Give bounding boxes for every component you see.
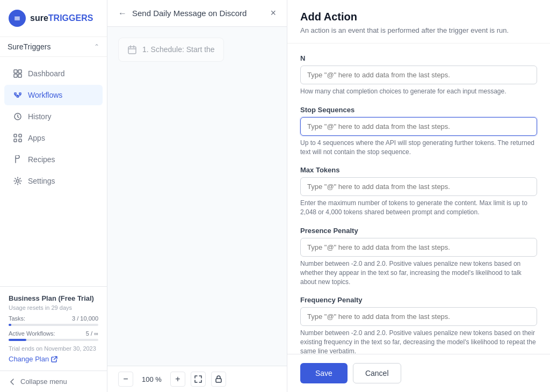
field-stop-sequences: Stop Sequences Up to 4 sequences where t…	[300, 106, 537, 157]
svg-rect-11	[14, 139, 17, 142]
sidebar-item-label-settings: Settings	[28, 177, 55, 185]
add-action-panel: Add Action An action is an event that is…	[287, 0, 550, 392]
field-presence-penalty-hint: Number between -2.0 and 2.0. Positive va…	[300, 259, 537, 286]
sidebar-item-settings[interactable]: Settings	[4, 171, 103, 191]
plan-tasks: Tasks: 3 / 10,000	[9, 315, 98, 322]
zoom-in-button[interactable]: +	[170, 372, 185, 387]
svg-rect-1	[15, 17, 20, 18]
save-button[interactable]: Save	[300, 363, 348, 383]
logo-icon	[9, 10, 26, 27]
step-label: 1. Schedule: Start the	[142, 45, 215, 54]
plan-info: Business Plan (Free Trial) Usage resets …	[0, 286, 107, 371]
sidebar-item-workflows[interactable]: Workflows	[4, 85, 103, 105]
sidebar: sureTRIGGERS SureTriggers ⌃ Dashboard Wo…	[0, 0, 107, 392]
fit-screen-icon	[194, 375, 202, 383]
collapse-menu-label: Collapse menu	[20, 378, 67, 386]
sidebar-item-apps[interactable]: Apps	[4, 128, 103, 148]
tasks-progress-fill	[9, 324, 11, 326]
recipes-icon	[13, 155, 23, 164]
svg-point-13	[17, 180, 19, 183]
field-frequency-penalty-label: Frequency Penalty	[300, 296, 537, 304]
field-max-tokens: Max Tokens Enter the maximum number of t…	[300, 166, 537, 217]
workspace-name: SureTriggers	[8, 42, 50, 51]
workflow-canvas: ← Send Daily Message on Discord × 1. Sch…	[107, 0, 287, 392]
change-plan-link[interactable]: Change Plan	[9, 355, 98, 363]
panel-subtitle: An action is an event that is performed …	[300, 26, 537, 34]
panel-footer: Save Cancel	[287, 354, 550, 392]
change-plan-label: Change Plan	[9, 355, 49, 363]
plan-reset: Usage resets in 29 days	[9, 304, 98, 311]
field-n-hint: How many chat completion choices to gene…	[300, 87, 537, 96]
workflows-icon	[13, 90, 23, 100]
field-frequency-penalty-input[interactable]	[300, 307, 537, 326]
workflows-label: Active Workflows:	[9, 330, 55, 337]
workflow-title-row: ← Send Daily Message on Discord	[118, 9, 247, 18]
apps-icon	[13, 133, 23, 143]
svg-rect-3	[15, 19, 20, 20]
close-button[interactable]: ×	[270, 8, 276, 19]
step-card: 1. Schedule: Start the	[118, 38, 224, 62]
schedule-icon	[127, 45, 137, 55]
cancel-button[interactable]: Cancel	[353, 363, 401, 383]
field-n: N How many chat completion choices to ge…	[300, 54, 537, 96]
logo-text: sureTRIGGERS	[30, 13, 93, 23]
field-presence-penalty-label: Presence Penalty	[300, 227, 537, 235]
zoom-level-display: 100 %	[139, 375, 165, 383]
svg-rect-7	[18, 74, 21, 77]
nav-menu: Dashboard Workflows History Apps Recipes	[0, 57, 107, 286]
field-max-tokens-label: Max Tokens	[300, 166, 537, 174]
svg-rect-5	[18, 70, 21, 73]
lock-icon	[215, 375, 222, 383]
field-max-tokens-input[interactable]	[300, 177, 537, 196]
plan-name: Business Plan (Free Trial)	[9, 294, 98, 302]
svg-rect-6	[14, 74, 17, 77]
field-stop-sequences-input[interactable]	[300, 117, 537, 136]
field-frequency-penalty-hint: Number between -2.0 and 2.0. Positive va…	[300, 329, 537, 354]
tasks-label: Tasks:	[9, 315, 25, 322]
panel-title: Add Action	[300, 11, 537, 23]
settings-icon	[13, 176, 23, 186]
chevron-up-icon: ⌃	[94, 43, 99, 50]
field-frequency-penalty: Frequency Penalty Number between -2.0 an…	[300, 296, 537, 354]
sidebar-item-label-recipes: Recipes	[28, 155, 55, 164]
collapse-menu-button[interactable]: Collapse menu	[0, 371, 107, 392]
trial-text: Trial ends on November 30, 2023	[9, 345, 98, 352]
sidebar-item-label-history: History	[28, 112, 52, 121]
field-stop-sequences-label: Stop Sequences	[300, 106, 537, 114]
field-presence-penalty: Presence Penalty Number between -2.0 and…	[300, 227, 537, 286]
workflow-body: 1. Schedule: Start the	[107, 27, 287, 72]
field-n-label: N	[300, 54, 537, 62]
workflows-progress-bar	[9, 339, 98, 341]
workflow-header: ← Send Daily Message on Discord ×	[107, 0, 287, 27]
field-max-tokens-hint: Enter the maximum number of tokens to ge…	[300, 199, 537, 217]
tasks-progress-bar	[9, 324, 98, 326]
panel-body: N How many chat completion choices to ge…	[287, 43, 550, 354]
sidebar-item-history[interactable]: History	[4, 106, 103, 127]
field-presence-penalty-input[interactable]	[300, 238, 537, 257]
sidebar-item-dashboard[interactable]: Dashboard	[4, 63, 103, 84]
workspace-selector[interactable]: SureTriggers ⌃	[0, 37, 107, 57]
sidebar-item-label-workflows: Workflows	[28, 91, 62, 99]
workflow-title: Send Daily Message on Discord	[132, 9, 247, 18]
tasks-value: 3 / 10,000	[72, 315, 98, 322]
external-link-icon	[51, 356, 57, 362]
workflow-footer: − 100 % +	[107, 366, 287, 392]
lock-button[interactable]	[211, 372, 226, 387]
svg-rect-15	[216, 379, 221, 382]
plan-workflows: Active Workflows: 5 / ∞	[9, 330, 98, 337]
svg-rect-12	[19, 139, 21, 142]
svg-rect-10	[19, 134, 21, 137]
fit-screen-button[interactable]	[191, 372, 206, 387]
panel-header: Add Action An action is an event that is…	[287, 0, 550, 43]
field-n-input[interactable]	[300, 66, 537, 84]
zoom-out-button[interactable]: −	[118, 372, 133, 387]
svg-rect-14	[128, 47, 136, 54]
svg-rect-9	[14, 134, 17, 137]
workflows-progress-fill	[9, 339, 26, 341]
svg-rect-2	[15, 18, 20, 19]
history-icon	[13, 112, 23, 121]
collapse-icon	[9, 378, 16, 386]
field-stop-sequences-hint: Up to 4 sequences where the API will sto…	[300, 139, 537, 157]
sidebar-item-recipes[interactable]: Recipes	[4, 149, 103, 170]
back-button[interactable]: ←	[118, 9, 127, 18]
